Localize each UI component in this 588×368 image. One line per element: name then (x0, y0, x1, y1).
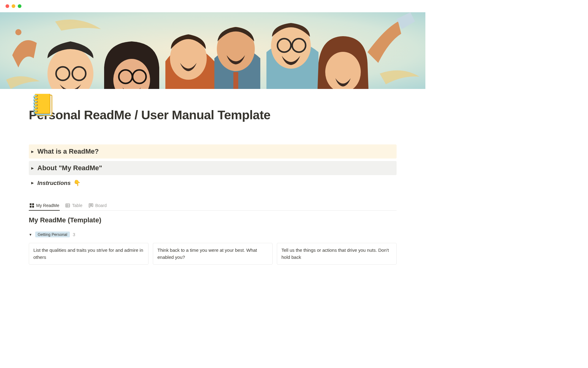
group-header[interactable]: ▼ Getting Personal 3 (29, 232, 397, 237)
gallery-view-icon (29, 203, 34, 208)
maximize-window-button[interactable] (18, 4, 21, 8)
toggle-label: What is a ReadMe? (37, 148, 99, 155)
svg-point-1 (15, 29, 21, 35)
board-view-icon (89, 203, 93, 208)
titlebar (0, 0, 425, 12)
chevron-right-icon: ▶ (31, 166, 37, 170)
svg-rect-11 (233, 72, 238, 89)
point-down-icon: 👇 (74, 180, 81, 186)
toggle-section: ▶ What is a ReadMe? ▶ About "My ReadMe" … (29, 144, 397, 188)
tab-label: Table (72, 203, 82, 208)
svg-rect-20 (32, 206, 34, 208)
toggle-what-is-readme[interactable]: ▶ What is a ReadMe? (29, 144, 397, 159)
tab-board[interactable]: Board (88, 201, 107, 210)
toggle-about-my-readme[interactable]: ▶ About "My ReadMe" (29, 161, 397, 175)
tab-label: Board (95, 203, 107, 208)
svg-rect-25 (89, 204, 90, 207)
svg-rect-27 (92, 204, 93, 207)
cover-image[interactable] (0, 12, 425, 89)
app-window: 📒 Personal ReadMe / User Manual Template… (0, 0, 425, 266)
table-view-icon (65, 203, 70, 208)
tab-my-readme[interactable]: My ReadMe (29, 201, 60, 210)
minimize-window-button[interactable] (12, 4, 15, 8)
svg-rect-19 (30, 206, 32, 208)
page-content: 📒 Personal ReadMe / User Manual Template… (0, 108, 425, 265)
card-item[interactable]: List the qualities and traits you strive… (29, 243, 149, 265)
page-icon[interactable]: 📒 (30, 94, 56, 115)
svg-rect-26 (90, 204, 92, 206)
svg-rect-21 (66, 204, 70, 207)
cards-row: List the qualities and traits you strive… (29, 243, 397, 265)
toggle-instructions[interactable]: ▶ Instructions 👇 (29, 178, 397, 188)
traffic-lights (6, 4, 21, 8)
card-item[interactable]: Tell us the things or actions that drive… (277, 243, 397, 265)
card-item[interactable]: Think back to a time you were at your be… (153, 243, 273, 265)
chevron-right-icon: ▶ (31, 181, 37, 185)
close-window-button[interactable] (6, 4, 9, 8)
svg-rect-17 (30, 203, 32, 205)
svg-rect-18 (32, 203, 34, 205)
page-title[interactable]: Personal ReadMe / User Manual Template (29, 108, 397, 122)
instructions-text: Instructions (37, 180, 71, 186)
group-tag: Getting Personal (35, 232, 70, 237)
chevron-down-icon: ▼ (29, 233, 32, 236)
toggle-label: About "My ReadMe" (37, 164, 102, 172)
chevron-right-icon: ▶ (31, 150, 37, 154)
toggle-label: Instructions 👇 (37, 179, 81, 186)
view-tabs: My ReadMe Table Board (29, 201, 397, 211)
group-count: 3 (73, 232, 75, 237)
tab-table[interactable]: Table (65, 201, 83, 210)
tab-label: My ReadMe (36, 203, 59, 208)
database-title[interactable]: My ReadMe (Template) (29, 216, 397, 224)
